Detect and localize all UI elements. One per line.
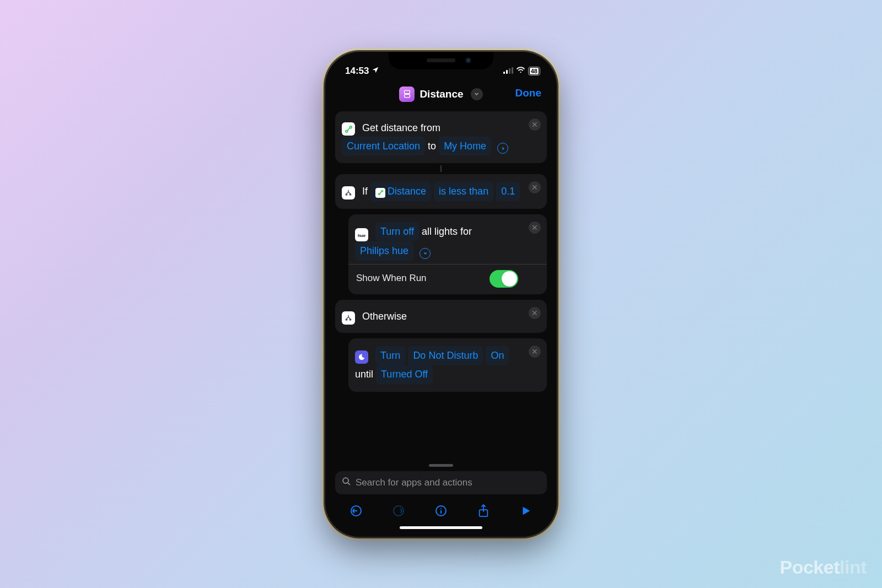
- hue-app-icon: hue: [355, 228, 368, 241]
- toggle-label: Show When Run: [356, 270, 427, 287]
- branch-icon: [342, 186, 355, 199]
- undo-button[interactable]: [347, 502, 365, 520]
- svg-point-19: [440, 508, 442, 509]
- svg-rect-6: [404, 94, 410, 98]
- svg-point-10: [349, 194, 351, 195]
- info-button[interactable]: [432, 502, 450, 520]
- param-if-variable[interactable]: Distance: [370, 182, 431, 201]
- param-from-location[interactable]: Current Location: [342, 137, 425, 155]
- param-condition[interactable]: is less than: [434, 182, 493, 201]
- shortcut-app-icon: [399, 87, 415, 102]
- svg-rect-1: [506, 70, 508, 74]
- action-if[interactable]: ✕ If Distance is less than 0.1: [335, 174, 547, 208]
- action-dnd[interactable]: ✕ Turn Do Not Disturb On until Turned Of…: [348, 338, 547, 392]
- notch: [389, 52, 493, 69]
- param-focus-mode[interactable]: Do Not Disturb: [408, 346, 483, 365]
- home-indicator[interactable]: [400, 526, 482, 529]
- actions-list: ✕ Get distance from Current Location to …: [332, 108, 550, 461]
- svg-point-14: [349, 319, 351, 320]
- disclosure-icon[interactable]: [497, 143, 508, 154]
- share-button[interactable]: [475, 502, 492, 520]
- svg-rect-5: [404, 90, 410, 94]
- play-button[interactable]: [517, 502, 535, 520]
- done-button[interactable]: Done: [515, 87, 542, 99]
- battery-icon: 48: [528, 67, 540, 75]
- redo-button[interactable]: [390, 502, 407, 520]
- show-when-run-toggle[interactable]: [490, 270, 518, 288]
- bottom-sheet: Search for apps and actions: [332, 461, 550, 529]
- param-state[interactable]: On: [486, 346, 509, 365]
- param-to-location[interactable]: My Home: [439, 137, 491, 155]
- close-icon[interactable]: ✕: [529, 307, 541, 319]
- svg-rect-0: [503, 72, 505, 74]
- location-arrow-icon: [372, 66, 379, 77]
- phone-frame: 14:53 48 Distance Don: [325, 52, 557, 537]
- route-icon: [342, 122, 355, 136]
- action-turn-off-lights[interactable]: ✕ hue Turn off all lights for Philips hu…: [348, 214, 547, 294]
- svg-point-9: [346, 194, 347, 195]
- close-icon[interactable]: ✕: [529, 118, 541, 131]
- branch-icon: [342, 311, 355, 325]
- status-time: 14:53: [345, 66, 369, 77]
- param-until[interactable]: Turned Off: [376, 365, 433, 384]
- chevron-down-icon[interactable]: [420, 248, 431, 259]
- param-turn[interactable]: Turn: [375, 346, 405, 365]
- svg-point-15: [343, 478, 348, 483]
- nav-bar: Distance Done: [332, 78, 550, 108]
- chevron-down-icon[interactable]: [471, 88, 483, 100]
- toolbar: [335, 494, 547, 521]
- wifi-icon: [516, 66, 525, 77]
- svg-point-13: [346, 319, 347, 320]
- cell-signal-icon: [503, 66, 513, 77]
- svg-rect-3: [512, 67, 513, 74]
- param-hue-target[interactable]: Philips hue: [355, 241, 413, 260]
- close-icon[interactable]: ✕: [529, 222, 541, 234]
- param-turn-off[interactable]: Turn off: [375, 222, 419, 241]
- connector-line: [440, 165, 442, 172]
- route-icon: [375, 188, 385, 198]
- close-icon[interactable]: ✕: [529, 346, 541, 358]
- action-get-distance[interactable]: ✕ Get distance from Current Location to …: [335, 111, 547, 164]
- param-value[interactable]: 0.1: [496, 182, 520, 201]
- close-icon[interactable]: ✕: [529, 181, 541, 193]
- watermark: Pocketlint: [780, 557, 867, 578]
- shortcut-title[interactable]: Distance: [399, 87, 482, 102]
- search-icon: [342, 477, 351, 489]
- search-input[interactable]: Search for apps and actions: [335, 471, 547, 494]
- moon-icon: [355, 350, 368, 364]
- svg-point-4: [520, 71, 521, 72]
- drag-handle[interactable]: [429, 464, 453, 467]
- svg-rect-2: [509, 68, 510, 74]
- action-otherwise[interactable]: ✕ Otherwise: [335, 300, 547, 333]
